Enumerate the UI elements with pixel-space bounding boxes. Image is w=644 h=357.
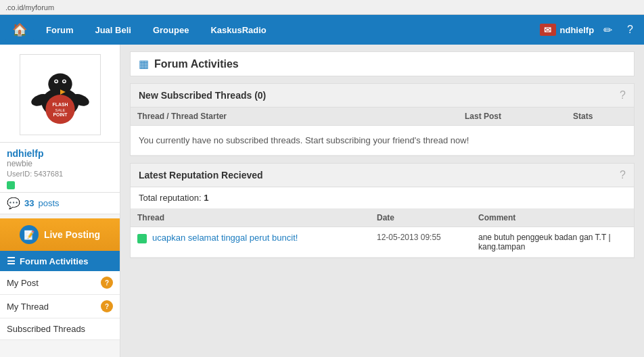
posts-count: 33 xyxy=(24,198,34,208)
kaskusradio-nav-button[interactable]: KaskusRadio xyxy=(201,21,275,39)
online-indicator xyxy=(7,181,15,189)
home-button[interactable]: 🏠 xyxy=(5,18,34,41)
subscribed-threads-section: New Subscribed Threads (0) ? Thread / Th… xyxy=(130,83,635,156)
sidebar-item-subscribed-threads[interactable]: Subscribed Threads xyxy=(0,318,120,340)
sidebar-username: ndhielfp xyxy=(7,148,113,159)
reputation-header: Latest Reputation Recieved ? xyxy=(131,164,634,187)
subscribed-threads-title: New Subscribed Threads (0) xyxy=(139,90,266,101)
sidebar-user-info: ndhielfp newbie UserID: 5437681 xyxy=(0,143,120,193)
main-content: ▦ Forum Activities New Subscribed Thread… xyxy=(120,45,644,357)
reputation-title: Latest Reputation Recieved xyxy=(139,170,263,181)
subscribed-empty-message: You currently have no subscribed threads… xyxy=(131,126,634,156)
help-button[interactable]: ? xyxy=(622,21,639,39)
address-bar: .co.id/myforum xyxy=(0,0,644,15)
reputation-row: ucapkan selamat tinggal perut buncit! 12… xyxy=(131,227,634,258)
sidebar-avatar-section: FLASH SALE POINT xyxy=(0,45,120,143)
address-text: .co.id/myforum xyxy=(5,3,54,11)
col-stats: Stats xyxy=(573,112,627,121)
svg-point-8 xyxy=(63,80,65,82)
sidebar: FLASH SALE POINT ndhielfp newbie UserID:… xyxy=(0,45,120,357)
rep-col-comment: Comment xyxy=(478,213,627,222)
posts-label: posts xyxy=(38,198,59,208)
sidebar-forum-activities-header: ☰ Forum Activities xyxy=(0,251,120,271)
avatar-image: FLASH SALE POINT xyxy=(20,54,100,135)
topbar-right: ✉ ndhielfp ✏ ? xyxy=(540,21,639,39)
groupee-nav-button[interactable]: Groupee xyxy=(143,21,198,39)
total-rep-value: 1 xyxy=(204,193,208,203)
header-icon: ▦ xyxy=(139,57,149,70)
jualbeli-nav-button[interactable]: Jual Beli xyxy=(85,21,140,39)
edit-button[interactable]: ✏ xyxy=(598,21,618,39)
live-posting-button[interactable]: 📝 Live Posting xyxy=(0,218,120,251)
sidebar-item-my-post[interactable]: My Post ? xyxy=(0,271,120,295)
rep-col-thread: Thread xyxy=(137,213,377,222)
main-header-title: Forum Activities xyxy=(154,58,239,70)
live-posting-label: Live Posting xyxy=(44,229,100,240)
total-reputation: Total reputation: 1 xyxy=(131,187,634,209)
rep-col-date: Date xyxy=(377,213,478,222)
svg-point-7 xyxy=(55,80,57,82)
rep-thread-link[interactable]: ucapkan selamat tinggal perut buncit! xyxy=(152,233,377,243)
topbar-user: ✉ ndhielfp xyxy=(540,24,595,36)
sidebar-userid: UserID: 5437681 xyxy=(7,170,113,178)
topbar-username: ndhielfp xyxy=(560,25,595,35)
total-rep-label: Total reputation: xyxy=(139,193,202,203)
subscribed-threads-help-icon[interactable]: ? xyxy=(620,89,626,101)
subscribed-threads-header: New Subscribed Threads (0) ? xyxy=(131,84,634,108)
reputation-table-header: Thread Date Comment xyxy=(131,209,634,227)
mail-icon: ✉ xyxy=(540,24,556,36)
col-thread-starter: Thread / Thread Starter xyxy=(137,112,465,121)
sidebar-item-my-thread[interactable]: My Thread ? xyxy=(0,295,120,318)
posts-icon: 💬 xyxy=(7,197,20,210)
rep-date: 12-05-2013 09:55 xyxy=(377,233,478,242)
svg-text:FLASH: FLASH xyxy=(52,102,68,107)
svg-text:POINT: POINT xyxy=(53,112,68,117)
forum-nav-button[interactable]: Forum xyxy=(37,21,83,39)
reputation-section: Latest Reputation Recieved ? Total reput… xyxy=(130,163,635,258)
rep-comment: ane butuh penggeuk badan gan T.T | kang.… xyxy=(478,233,627,252)
avatar: FLASH SALE POINT xyxy=(20,54,101,135)
sidebar-role: newbie xyxy=(7,159,113,168)
my-post-label: My Post xyxy=(7,278,39,288)
activities-icon: ☰ xyxy=(7,256,16,266)
col-last-post: Last Post xyxy=(465,112,573,121)
svg-text:SALE: SALE xyxy=(55,108,65,112)
sidebar-posts: 💬 33 posts xyxy=(0,193,120,214)
subscribed-threads-label: Subscribed Threads xyxy=(7,324,85,334)
layout: FLASH SALE POINT ndhielfp newbie UserID:… xyxy=(0,45,644,357)
reputation-help-icon[interactable]: ? xyxy=(620,169,626,181)
rep-dot xyxy=(137,234,147,243)
sidebar-section-label: Forum Activities xyxy=(20,256,88,266)
my-thread-label: My Thread xyxy=(7,302,49,312)
main-header: ▦ Forum Activities xyxy=(130,51,635,76)
live-icon: 📝 xyxy=(20,225,39,244)
my-thread-badge: ? xyxy=(101,300,113,312)
topbar: 🏠 Forum Jual Beli Groupee KaskusRadio ✉ … xyxy=(0,15,644,45)
my-post-badge: ? xyxy=(101,277,113,289)
subscribed-table-header: Thread / Thread Starter Last Post Stats xyxy=(131,108,634,126)
